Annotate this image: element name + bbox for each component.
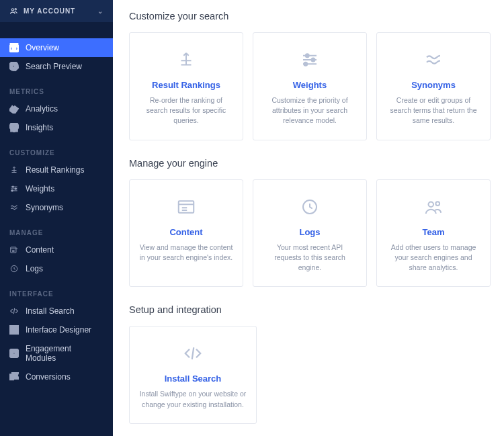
content-icon — [139, 195, 233, 219]
sidebar-section-label: METRICS — [0, 76, 113, 99]
sliders-icon — [263, 48, 357, 72]
team-icon — [386, 195, 480, 219]
designer-icon — [9, 325, 19, 335]
account-label: MY ACCOUNT — [24, 7, 75, 15]
card-title: Result Rankings — [139, 80, 233, 90]
svg-point-5 — [12, 186, 13, 187]
nav-label: Insights — [26, 123, 53, 132]
card-description: Re-order the ranking of search results f… — [139, 95, 233, 126]
svg-point-6 — [15, 188, 16, 189]
search-icon — [9, 62, 19, 71]
card-title: Synonyms — [386, 80, 480, 90]
card-logs[interactable]: LogsYour most recent API requests to thi… — [253, 179, 367, 288]
main-content: Customize your searchResult RankingsRe-o… — [113, 0, 504, 436]
sliders-icon — [9, 184, 19, 193]
card-row: Install SearchInstall Swiftype on your w… — [129, 326, 491, 423]
code-icon — [9, 306, 19, 316]
card-install-search[interactable]: Install SearchInstall Swiftype on your w… — [129, 326, 257, 423]
bulb-icon — [9, 123, 19, 132]
nav-label: Install Search — [26, 306, 75, 316]
sidebar-section-label: CUSTOMIZE — [0, 137, 113, 161]
card-description: Create or edit groups of search terms th… — [386, 95, 480, 126]
nav-label: Interface Designer — [26, 325, 91, 335]
flag-icon — [9, 372, 19, 382]
section-title: Manage your engine — [129, 158, 491, 169]
content-icon — [9, 245, 19, 255]
card-row: ContentView and manage the content in yo… — [129, 179, 491, 288]
nav-label: Conversions — [26, 372, 71, 382]
nav-label: Content — [26, 245, 54, 255]
svg-point-0 — [11, 9, 13, 11]
card-title: Team — [386, 227, 480, 237]
svg-point-18 — [429, 202, 434, 207]
card-title: Content — [139, 227, 233, 237]
sidebar-item-logs[interactable]: Logs — [0, 259, 113, 278]
engagement-icon — [9, 349, 19, 358]
svg-point-7 — [11, 190, 13, 191]
nav-label: Synonyms — [26, 203, 63, 212]
svg-point-14 — [312, 58, 315, 62]
svg-point-12 — [13, 352, 15, 354]
sidebar-item-search-preview[interactable]: Search Preview — [0, 57, 113, 76]
sidebar-item-insights[interactable]: Insights — [0, 118, 113, 137]
clock-icon — [263, 195, 357, 219]
nav-label: Logs — [26, 264, 43, 273]
sidebar-item-analytics[interactable]: Analytics — [0, 99, 113, 118]
card-row: Result RankingsRe-order the ranking of s… — [129, 32, 491, 140]
card-description: Customize the priority of attributes in … — [263, 95, 357, 126]
sidebar-item-synonyms[interactable]: Synonyms — [0, 198, 113, 217]
nav-label: Engagement Modules — [26, 344, 103, 363]
svg-point-4 — [11, 64, 16, 69]
sidebar-item-weights[interactable]: Weights — [0, 179, 113, 198]
account-switcher[interactable]: MY ACCOUNT ⌄ — [0, 0, 113, 22]
card-description: View and manage the content in your sear… — [139, 243, 233, 263]
svg-point-13 — [306, 54, 309, 57]
card-description: Install Swiftype on your website or chan… — [139, 389, 247, 409]
sidebar-section-label: MANAGE — [0, 217, 113, 241]
sidebar-item-install-search[interactable]: Install Search — [0, 302, 113, 320]
sidebar-item-overview[interactable]: Overview — [0, 38, 113, 57]
nav-label: Result Rankings — [26, 165, 84, 175]
svg-point-15 — [304, 62, 307, 66]
sidebar-item-conversions[interactable]: Conversions — [0, 367, 113, 386]
sidebar-item-engagement-modules[interactable]: Engagement Modules — [0, 339, 113, 367]
rankings-icon — [9, 165, 19, 175]
nav-label: Search Preview — [26, 62, 82, 71]
svg-point-19 — [435, 202, 439, 206]
card-weights[interactable]: WeightsCustomize the priority of attribu… — [253, 32, 367, 140]
analytics-icon — [9, 104, 19, 114]
card-team[interactable]: TeamAdd other users to manage your searc… — [376, 179, 491, 288]
card-content[interactable]: ContentView and manage the content in yo… — [129, 179, 243, 288]
card-description: Your most recent API requests to this se… — [263, 243, 357, 273]
card-description: Add other users to manage your search en… — [386, 243, 480, 273]
binoculars-icon — [9, 43, 19, 52]
clock-icon — [9, 264, 19, 273]
card-result-rankings[interactable]: Result RankingsRe-order the ranking of s… — [129, 32, 243, 140]
users-icon — [9, 7, 18, 15]
svg-rect-16 — [179, 201, 194, 213]
nav-label: Analytics — [26, 104, 58, 114]
svg-rect-8 — [11, 247, 16, 253]
card-title: Weights — [263, 80, 357, 90]
code-icon — [139, 341, 247, 365]
sidebar-section-label: INTERFACE — [0, 278, 113, 302]
card-title: Install Search — [139, 374, 247, 384]
nav-label: Weights — [26, 184, 54, 193]
nav-label: Overview — [26, 43, 59, 52]
chevron-down-icon: ⌄ — [97, 7, 103, 15]
approx-icon — [9, 203, 19, 212]
sidebar-item-content[interactable]: Content — [0, 241, 113, 259]
rankings-icon — [139, 48, 233, 72]
section-title: Customize your search — [129, 11, 491, 21]
approx-icon — [386, 48, 480, 72]
card-title: Logs — [263, 227, 357, 237]
section-title: Setup and integration — [129, 304, 491, 315]
sidebar: MY ACCOUNT ⌄ OverviewSearch Preview METR… — [0, 0, 113, 436]
card-synonyms[interactable]: SynonymsCreate or edit groups of search … — [376, 32, 491, 140]
svg-point-1 — [15, 9, 16, 10]
sidebar-item-result-rankings[interactable]: Result Rankings — [0, 161, 113, 179]
sidebar-item-interface-designer[interactable]: Interface Designer — [0, 320, 113, 339]
